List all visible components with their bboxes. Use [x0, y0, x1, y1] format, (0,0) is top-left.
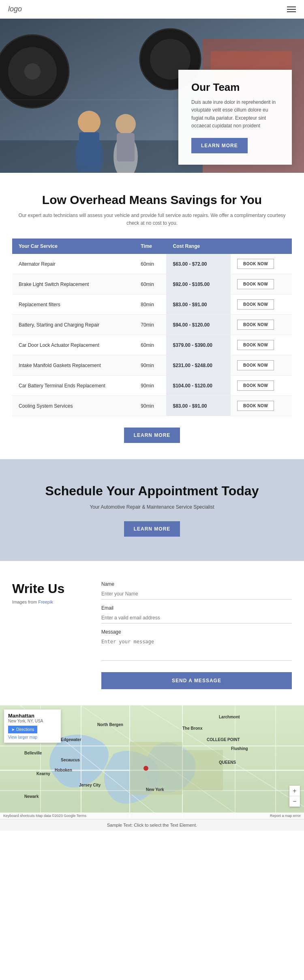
service-name: Cooling System Services [12, 396, 134, 416]
hero-title: Our Team [191, 81, 279, 94]
col-action [231, 239, 292, 254]
map-label: Belleville [24, 751, 42, 755]
savings-cta-button[interactable]: LEARN MORE [124, 428, 180, 443]
book-cell: BOOK NOW [231, 335, 292, 355]
map-city-sub: New York, NY, USA [8, 719, 57, 723]
book-cell: BOOK NOW [231, 315, 292, 335]
map-label: Secaucus [61, 758, 80, 762]
map-label: Flushing [231, 746, 248, 751]
col-time: Time [134, 239, 166, 254]
service-cost: $231.00 - $248.00 [166, 355, 231, 376]
col-service: Your Car Service [12, 239, 134, 254]
appointment-title: Schedule Your Appointment Today [12, 484, 292, 499]
svg-point-11 [116, 114, 136, 134]
directions-icon: ➤ [11, 727, 15, 732]
book-cell: BOOK NOW [231, 355, 292, 376]
email-label: Email [101, 605, 292, 611]
send-button[interactable]: SEND A MESSAGE [101, 672, 292, 689]
table-row: Car Door Lock Actuator Replacement 60min… [12, 335, 292, 355]
zoom-out-button[interactable]: − [289, 796, 300, 807]
table-header-row: Your Car Service Time Cost Range [12, 239, 292, 254]
services-table: Your Car Service Time Cost Range Alterna… [12, 239, 292, 416]
table-row: Car Battery Terminal Ends Replacement 90… [12, 376, 292, 396]
service-time: 80min [134, 294, 166, 315]
table-row: Intake Manifold Gaskets Replacement 90mi… [12, 355, 292, 376]
book-now-button[interactable]: BOOK NOW [237, 299, 274, 309]
service-name: Brake Light Switch Replacement [12, 274, 134, 294]
map-error-report[interactable]: Report a map error [270, 814, 301, 818]
svg-rect-9 [79, 132, 99, 165]
map-label: New York [146, 787, 164, 792]
appointment-subtitle: Your Automotive Repair & Maintenance Ser… [12, 504, 292, 510]
book-cell: BOOK NOW [231, 254, 292, 274]
sample-text-bar[interactable]: Sample Text: Click to select the Text El… [0, 819, 304, 831]
table-row: Alternator Repair 60min $63.00 - $72.00 … [12, 254, 292, 274]
freepik-link[interactable]: Freepik [38, 600, 53, 604]
service-cost: $83.00 - $91.00 [166, 396, 231, 416]
service-time: 90min [134, 396, 166, 416]
book-now-button[interactable]: BOOK NOW [237, 360, 274, 370]
savings-section: Low Overhead Means Savings for You Our e… [0, 173, 304, 459]
email-field-group: Email [101, 605, 292, 623]
book-cell: BOOK NOW [231, 376, 292, 396]
service-time: 70min [134, 315, 166, 335]
message-input[interactable] [101, 636, 292, 661]
logo: logo [8, 5, 22, 13]
service-name: Intake Manifold Gaskets Replacement [12, 355, 134, 376]
service-name: Car Battery Terminal Ends Replacement [12, 376, 134, 396]
table-footer: LEARN MORE [12, 428, 292, 443]
col-cost: Cost Range [166, 239, 231, 254]
name-input[interactable] [101, 589, 292, 600]
hero-section: Our Team Duis aute irure dolor in repreh… [0, 19, 304, 173]
book-now-button[interactable]: BOOK NOW [237, 279, 274, 289]
map-city-name: Manhattan [8, 713, 57, 719]
svg-point-4 [24, 63, 41, 80]
directions-button[interactable]: ➤ Directions [8, 726, 37, 733]
book-now-button[interactable]: BOOK NOW [237, 320, 274, 330]
book-cell: BOOK NOW [231, 294, 292, 315]
map-label: North Bergen [97, 722, 123, 727]
hero-cta-button[interactable]: LEARN MORE [191, 138, 248, 153]
view-larger-map-link[interactable]: View larger map [8, 735, 57, 739]
service-name: Replacement filters [12, 294, 134, 315]
contact-section: Write Us Images from Freepik Name Email … [0, 561, 304, 689]
appointment-section: Schedule Your Appointment Today Your Aut… [0, 459, 304, 561]
name-label: Name [101, 581, 292, 587]
service-cost: $104.00 - $120.00 [166, 376, 231, 396]
map-attribution: Keyboard shortcuts Map data ©2023 Google… [3, 814, 86, 818]
book-now-button[interactable]: BOOK NOW [237, 401, 274, 411]
map-overlay: Manhattan New York, NY, USA ➤ Directions… [4, 709, 61, 743]
email-input[interactable] [101, 612, 292, 623]
service-name: Alternator Repair [12, 254, 134, 274]
message-field-group: Message [101, 629, 292, 662]
map-label: Larchmont [219, 715, 240, 719]
svg-point-8 [78, 111, 101, 133]
hamburger-menu[interactable] [287, 6, 296, 12]
savings-title: Low Overhead Means Savings for You [12, 193, 292, 207]
table-row: Replacement filters 80min $83.00 - $91.0… [12, 294, 292, 315]
book-now-button[interactable]: BOOK NOW [237, 259, 274, 269]
service-time: 60min [134, 274, 166, 294]
service-time: 60min [134, 335, 166, 355]
table-row: Battery, Starting and Charging Repair 70… [12, 315, 292, 335]
map-label: The Bronx [182, 726, 202, 731]
appointment-cta-button[interactable]: LEARN MORE [124, 521, 180, 537]
sample-text: Sample Text: Click to select the Text El… [107, 823, 197, 827]
book-now-button[interactable]: BOOK NOW [237, 340, 274, 350]
service-time: 90min [134, 376, 166, 396]
zoom-in-button[interactable]: + [289, 786, 300, 796]
map-label: Kearny [36, 772, 50, 776]
book-cell: BOOK NOW [231, 396, 292, 416]
hero-description: Duis aute irure dolor in reprehenderit i… [191, 99, 279, 130]
contact-form: Name Email Message SEND A MESSAGE [101, 581, 292, 689]
map-label: COLLEGE POINT [207, 737, 240, 742]
name-field-group: Name [101, 581, 292, 600]
hero-card: Our Team Duis aute irure dolor in repreh… [178, 70, 292, 165]
map-label: Jersey City [79, 783, 101, 787]
svg-rect-12 [117, 133, 135, 161]
service-cost: $92.00 - $105.00 [166, 274, 231, 294]
service-time: 90min [134, 355, 166, 376]
map-label: Newark [24, 794, 39, 799]
map-label: Edgewater [61, 737, 81, 742]
book-now-button[interactable]: BOOK NOW [237, 380, 274, 391]
